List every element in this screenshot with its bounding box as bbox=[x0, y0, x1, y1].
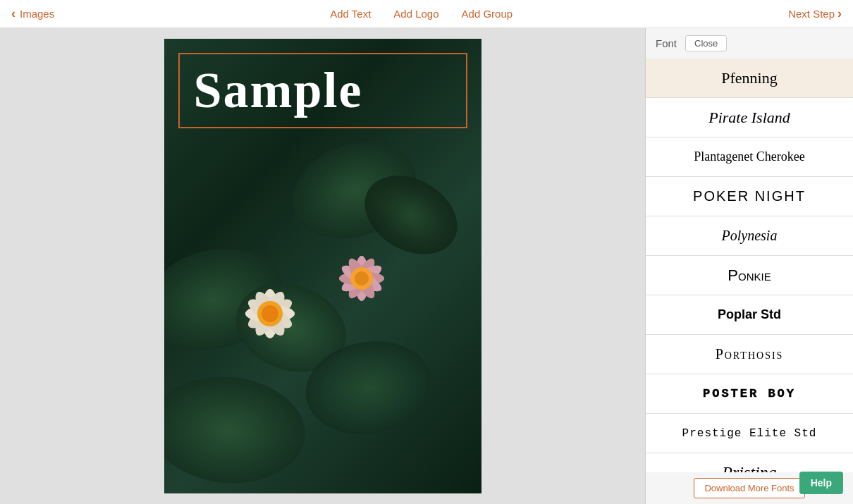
font-item-pirate-island[interactable]: Pirate Island bbox=[646, 98, 853, 137]
font-name-poplar-std: Poplar Std bbox=[718, 307, 781, 322]
chevron-right-icon bbox=[837, 6, 842, 21]
font-item-pfenning[interactable]: Pfenning bbox=[646, 59, 853, 98]
add-text-button[interactable]: Add Text bbox=[330, 8, 371, 20]
font-name-poker-night: Poker Night bbox=[693, 188, 806, 204]
font-name-plantagenet: Plantagenet Cherokee bbox=[694, 149, 804, 164]
font-item-poster-boy[interactable]: Poster Boy bbox=[646, 374, 853, 414]
font-panel-header: Font Close bbox=[646, 28, 853, 59]
main-area: Sample Font Close Pfenning Pirate Island… bbox=[0, 28, 853, 504]
font-item-poplar-std[interactable]: Poplar Std bbox=[646, 295, 853, 335]
font-item-porthosis[interactable]: Porthosis bbox=[646, 335, 853, 374]
image-container[interactable]: Sample bbox=[164, 39, 481, 493]
font-name-prestige-elite: Prestige Elite Std bbox=[682, 427, 817, 440]
chevron-left-icon bbox=[11, 6, 16, 21]
download-more-fonts-button[interactable]: Download More Fonts bbox=[694, 478, 804, 498]
back-button[interactable]: Images bbox=[11, 6, 54, 21]
font-item-polynesia[interactable]: Polynesia bbox=[646, 216, 853, 256]
next-step-button[interactable]: Next Step bbox=[788, 6, 842, 21]
close-button[interactable]: Close bbox=[685, 35, 727, 51]
font-panel-label: Font bbox=[656, 37, 677, 49]
font-list[interactable]: Pfenning Pirate Island Plantagenet Chero… bbox=[646, 59, 853, 472]
font-name-polynesia: Polynesia bbox=[722, 228, 778, 244]
font-name-pirate-island: Pirate Island bbox=[708, 109, 790, 127]
font-name-pristina: Pristina bbox=[722, 463, 776, 472]
back-label: Images bbox=[20, 8, 54, 20]
font-name-pfenning: Pfenning bbox=[721, 69, 777, 87]
svg-point-13 bbox=[262, 305, 278, 322]
flower-right bbox=[305, 215, 418, 342]
image-background: Sample bbox=[164, 39, 481, 493]
top-navigation: Images Add Text Add Logo Add Group Next … bbox=[0, 0, 853, 28]
sample-text: Sample bbox=[194, 62, 363, 118]
svg-point-27 bbox=[355, 271, 369, 285]
font-panel: Font Close Pfenning Pirate Island Planta… bbox=[645, 28, 853, 504]
next-step-label: Next Step bbox=[788, 8, 835, 20]
font-name-poster-boy: Poster Boy bbox=[703, 387, 796, 400]
lily-pad bbox=[164, 371, 309, 490]
font-item-poker-night[interactable]: Poker Night bbox=[646, 177, 853, 216]
canvas-area: Sample bbox=[0, 28, 645, 504]
add-group-button[interactable]: Add Group bbox=[462, 8, 513, 20]
font-item-ponkie[interactable]: Ponkie bbox=[646, 256, 853, 295]
font-item-pristina[interactable]: Pristina bbox=[646, 453, 853, 472]
sample-text-box[interactable]: Sample bbox=[178, 53, 467, 128]
font-name-ponkie: Ponkie bbox=[728, 266, 771, 285]
font-item-plantagenet[interactable]: Plantagenet Cherokee bbox=[646, 137, 853, 177]
nav-center-actions: Add Text Add Logo Add Group bbox=[330, 8, 513, 20]
font-name-porthosis: Porthosis bbox=[716, 346, 784, 362]
help-button[interactable]: Help bbox=[799, 472, 843, 494]
add-logo-button[interactable]: Add Logo bbox=[393, 8, 438, 20]
font-item-prestige-elite[interactable]: Prestige Elite Std bbox=[646, 414, 853, 453]
